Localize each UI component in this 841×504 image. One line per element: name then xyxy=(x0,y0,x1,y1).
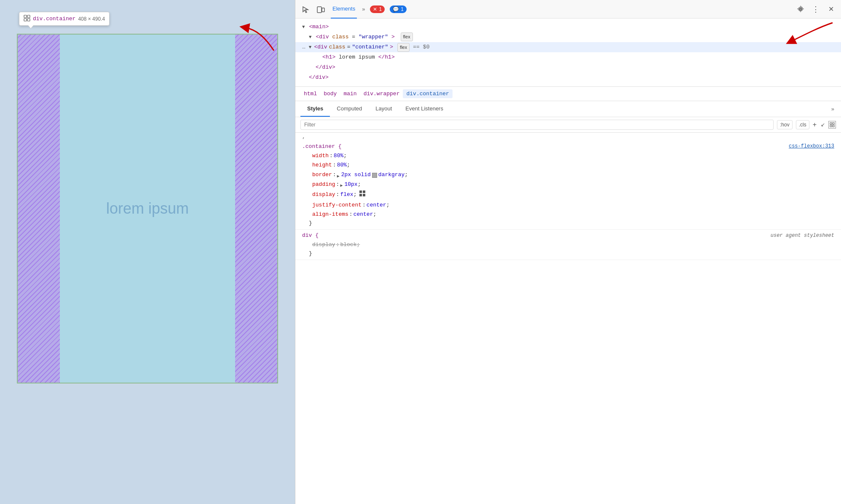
element-icon xyxy=(24,15,30,23)
dom-attr-class-wrapper: class xyxy=(332,34,348,40)
style-selector-container: .container { css-flexbox:313 xyxy=(302,143,834,150)
prop-name-display: display xyxy=(312,190,335,199)
dom-equals-sign: == xyxy=(413,43,420,52)
dom-expand-wrapper[interactable]: ▼ xyxy=(309,35,312,40)
svg-rect-9 xyxy=(833,123,834,124)
dom-line-wrapper[interactable]: ▼ <div class = "wrapper" > flex xyxy=(295,32,841,42)
color-swatch-border[interactable] xyxy=(372,173,377,178)
dom-tag-wrapper-end: </div> xyxy=(309,74,329,80)
style-selector-div: div { user agent stylesheet xyxy=(302,232,834,239)
inspect-icon[interactable] xyxy=(300,4,311,14)
info-badge[interactable]: 💬 1 xyxy=(390,5,407,13)
breadcrumb-main[interactable]: main xyxy=(340,89,360,98)
prop-value-display-ua: block xyxy=(340,241,356,249)
style-source-container[interactable]: css-flexbox:313 xyxy=(789,143,834,149)
style-comma-separator: , xyxy=(295,133,841,141)
device-mode-icon[interactable] xyxy=(316,4,326,14)
dom-expand-main[interactable]: ▼ xyxy=(302,24,305,29)
devtools-toolbar: Elements » ✕ 1 💬 1 ⋮ ✕ xyxy=(295,0,841,19)
dom-attr-eq: = xyxy=(352,34,355,40)
close-icon[interactable]: ✕ xyxy=(826,4,836,14)
prop-value-align[interactable]: center xyxy=(354,210,373,219)
selector-name-div: div { xyxy=(302,232,319,239)
svg-rect-0 xyxy=(24,15,27,18)
error-icon: ✕ xyxy=(373,6,377,12)
styles-content: , .container { css-flexbox:313 width : 8… xyxy=(295,133,841,504)
style-source-user-agent: user agent stylesheet xyxy=(771,233,834,239)
svg-rect-8 xyxy=(830,123,832,124)
prop-value-width[interactable]: 80% xyxy=(334,152,343,161)
selector-name-container: .container { xyxy=(302,143,342,150)
hov-button[interactable]: :hov xyxy=(777,120,793,129)
sub-tabs: Styles Computed Layout Event Listeners » xyxy=(295,101,841,117)
more-subtabs-chevron[interactable]: » xyxy=(830,102,836,116)
prop-width: width : 80% ; xyxy=(302,151,834,161)
browser-preview: div.container 408 × 490.4 lorem ipsum xyxy=(0,0,295,504)
border-expand-icon[interactable]: ▶ xyxy=(337,173,341,177)
dom-tag-container-end: </div> xyxy=(316,64,335,70)
dom-line-container[interactable]: … ▼ <div class = "container" > flex == $… xyxy=(295,42,841,52)
prop-value-border-size[interactable]: 2px solid xyxy=(341,171,371,180)
tab-elements[interactable]: Elements xyxy=(331,0,357,19)
dom-tag-h1: <h1> xyxy=(322,54,335,60)
dom-expand-container[interactable]: ▼ xyxy=(309,43,312,51)
dom-line-container-close: </div> xyxy=(295,62,841,72)
info-icon: 💬 xyxy=(393,6,399,12)
lorem-ipsum-text: lorem ipsum xyxy=(106,200,189,217)
prop-value-display[interactable]: flex xyxy=(340,190,353,199)
padding-left-visual xyxy=(18,35,60,383)
filter-input[interactable] xyxy=(300,120,774,130)
tab-computed[interactable]: Computed xyxy=(330,101,369,117)
prop-value-justify[interactable]: center xyxy=(367,201,386,210)
style-rule-div: div { user agent stylesheet display : bl… xyxy=(295,230,841,260)
prop-value-border-color[interactable]: darkgray xyxy=(378,171,404,180)
error-count: 1 xyxy=(379,6,382,12)
info-count: 1 xyxy=(401,6,404,12)
dom-tag-h1-close: </h1> xyxy=(378,54,395,60)
dom-tree: ▼ <main> ▼ <div class = "wrapper" > flex… xyxy=(295,19,841,87)
tab-layout[interactable]: Layout xyxy=(369,101,399,117)
dom-line-main[interactable]: ▼ <main> xyxy=(295,22,841,32)
rule-close-brace-container: } xyxy=(302,220,834,227)
cls-button[interactable]: .cls xyxy=(796,120,809,129)
breadcrumb-body[interactable]: body xyxy=(320,89,340,98)
dom-attr-class-container: class xyxy=(329,43,346,52)
dom-dollar-zero: $0 xyxy=(423,43,430,52)
prop-justify-content: justify-content : center ; xyxy=(302,201,834,210)
container-flex-badge[interactable]: flex xyxy=(397,43,410,52)
expand-icon[interactable]: ↙ xyxy=(821,122,825,128)
filter-bar: :hov .cls + ↙ xyxy=(295,117,841,133)
dom-dots: … xyxy=(302,43,305,52)
svg-rect-3 xyxy=(27,19,30,21)
tab-event-listeners[interactable]: Event Listeners xyxy=(399,101,450,117)
wrapper-flex-badge[interactable]: flex xyxy=(401,32,413,41)
more-tabs-chevron[interactable]: » xyxy=(362,6,365,12)
prop-name-align: align-items xyxy=(312,210,348,219)
dom-line-h1[interactable]: <h1> lorem ipsum </h1> xyxy=(295,52,841,62)
settings-icon[interactable] xyxy=(795,4,806,14)
padding-expand-icon[interactable]: ▶ xyxy=(340,182,344,187)
add-style-icon[interactable]: + xyxy=(813,121,817,129)
prop-name-border: border xyxy=(312,171,332,180)
breadcrumb-html[interactable]: html xyxy=(300,89,320,98)
prop-value-height[interactable]: 80% xyxy=(337,161,347,170)
devtools-panel: Elements » ✕ 1 💬 1 ⋮ ✕ xyxy=(295,0,841,504)
content-area-visual: lorem ipsum xyxy=(60,35,235,383)
dom-attr-value-container: "container" xyxy=(352,43,388,52)
prop-align-items: align-items : center ; xyxy=(302,210,834,220)
svg-rect-6 xyxy=(322,8,324,12)
breadcrumb-container[interactable]: div.container xyxy=(403,89,452,98)
dom-attr-eq2: = xyxy=(347,43,351,52)
toggle-styles-icon[interactable] xyxy=(828,121,836,129)
dom-tag-wrapper-open: <div xyxy=(316,34,332,40)
prop-padding: padding : ▶ 10px ; xyxy=(302,180,834,190)
display-flex-icon[interactable] xyxy=(359,190,366,200)
prop-value-padding[interactable]: 10px xyxy=(344,180,357,189)
dom-line-wrapper-close: </div> xyxy=(295,72,841,83)
breadcrumb-wrapper[interactable]: div.wrapper xyxy=(360,89,403,98)
prop-name-padding: padding xyxy=(312,180,335,189)
more-options-icon[interactable]: ⋮ xyxy=(811,4,821,14)
tab-styles[interactable]: Styles xyxy=(300,101,330,117)
error-badge[interactable]: ✕ 1 xyxy=(370,5,385,13)
prop-name-display-ua: display xyxy=(312,241,335,249)
